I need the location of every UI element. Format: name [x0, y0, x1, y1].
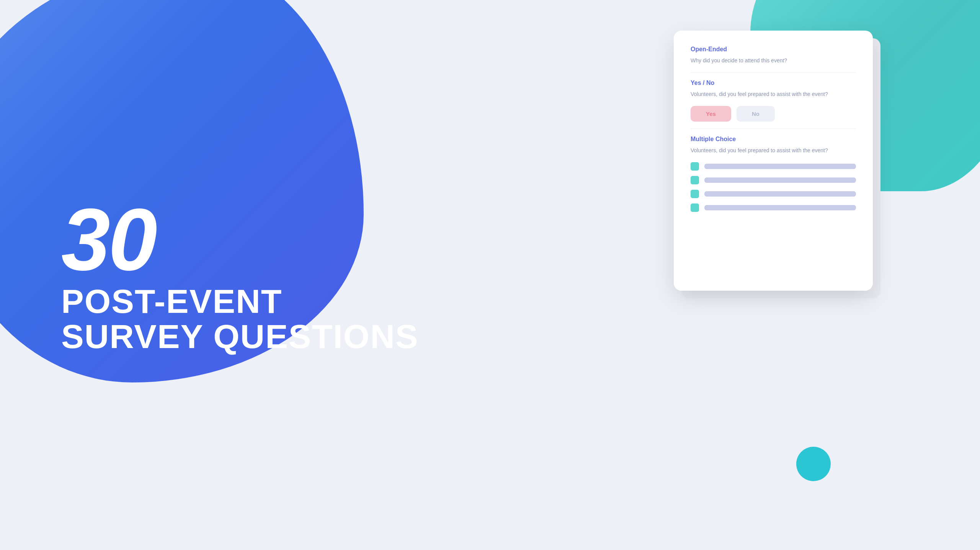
hero-number: 30 [61, 196, 418, 284]
yes-no-question: Volunteers, did you feel prepared to ass… [691, 90, 856, 98]
mc-checkbox-2 [691, 176, 699, 184]
yes-no-row: Yes No [691, 106, 856, 122]
mc-bar-2 [704, 177, 856, 183]
mc-checkbox-4 [691, 203, 699, 212]
circle-cyan [796, 447, 831, 481]
mc-option-2 [691, 176, 856, 184]
mc-bar-3 [704, 191, 856, 197]
hero-line1: POST-EVENT [61, 284, 418, 319]
mc-checkbox-3 [691, 190, 699, 198]
mc-bar-4 [704, 205, 856, 210]
yes-no-section: Yes / No Volunteers, did you feel prepar… [691, 80, 856, 122]
hero-line2: SURVEY QUESTIONS [61, 319, 418, 354]
open-ended-question: Why did you decide to attend this event? [691, 57, 856, 65]
mc-option-3 [691, 190, 856, 198]
hero-content: 30 POST-EVENT SURVEY QUESTIONS [61, 196, 418, 355]
multiple-choice-label: Multiple Choice [691, 136, 856, 143]
open-ended-label: Open-Ended [691, 46, 856, 53]
mc-option-1 [691, 162, 856, 171]
divider-2 [691, 129, 856, 129]
yes-button[interactable]: Yes [691, 106, 731, 122]
no-button[interactable]: No [737, 106, 775, 122]
mc-bar-1 [704, 164, 856, 169]
open-ended-section: Open-Ended Why did you decide to attend … [691, 46, 856, 65]
multiple-choice-section: Multiple Choice Volunteers, did you feel… [691, 136, 856, 212]
survey-card: Open-Ended Why did you decide to attend … [674, 31, 873, 291]
yes-no-label: Yes / No [691, 80, 856, 86]
mc-option-4 [691, 203, 856, 212]
multiple-choice-question: Volunteers, did you feel prepared to ass… [691, 146, 856, 155]
divider-1 [691, 72, 856, 73]
mc-checkbox-1 [691, 162, 699, 171]
